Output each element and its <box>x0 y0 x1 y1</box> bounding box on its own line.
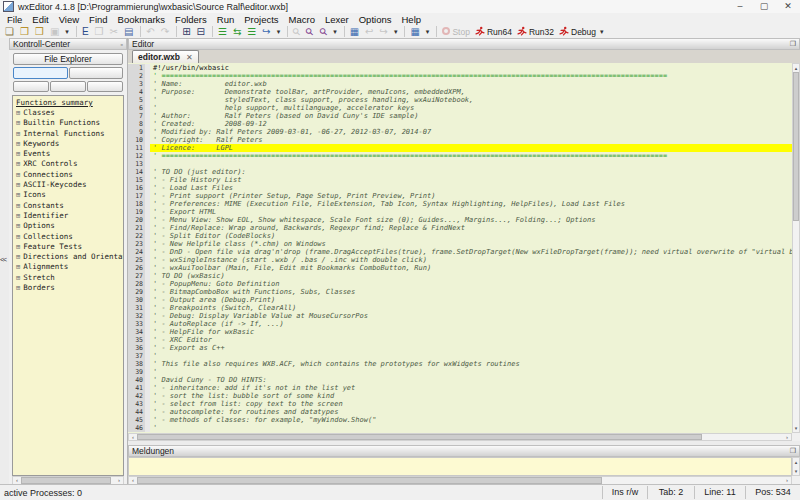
scroll-left-icon[interactable]: ‹ <box>13 477 21 484</box>
code-line[interactable]: 21' - Find/Replace: Wrap around, Backwar… <box>128 224 792 232</box>
menu-item[interactable]: View <box>54 14 84 25</box>
menu-item[interactable]: Find <box>84 14 112 25</box>
editor-vertical-scrollbar[interactable]: ▴ ▾ <box>792 63 800 433</box>
structure-list-button[interactable]: ☰ <box>245 26 260 38</box>
export-dropdown[interactable]: ▾ <box>275 26 285 38</box>
tree-item[interactable]: Feature Tests <box>16 242 123 252</box>
menu-item[interactable]: Options <box>354 14 397 25</box>
code-line[interactable]: 6' help support, multilanguage, accelera… <box>128 104 792 112</box>
folders-swap-button[interactable]: ⇆ <box>231 26 245 38</box>
open-folder-button[interactable]: ❒ <box>33 26 48 38</box>
tree-item[interactable]: ASCII-Keycodes <box>16 180 123 190</box>
messages-output[interactable] <box>128 457 792 476</box>
scroll-down-icon[interactable]: ▾ <box>793 467 799 475</box>
code-line[interactable]: 26' - wxAuiToolbar (Main, File, Edit mit… <box>128 264 792 272</box>
scroll-right-icon[interactable]: › <box>783 477 791 484</box>
code-line[interactable]: 29' - BitmapComboBox with Functions, Sub… <box>128 288 792 296</box>
code-line[interactable]: 24' - DnD - Open file via drag'n'drop (f… <box>128 248 792 256</box>
code-line[interactable]: 4' Purpose: Demonstrate toolBar, artProv… <box>128 88 792 96</box>
code-line[interactable]: 35' - XRC Editor <box>128 336 792 344</box>
menu-item[interactable]: Bookmarks <box>113 14 171 25</box>
code-line[interactable]: 20' - Menu View: Show EOL, Show whitespa… <box>128 216 792 224</box>
scrollbar-thumb[interactable] <box>793 72 799 221</box>
code-line[interactable]: 33' - AutoReplace (if -> If, ...) <box>128 320 792 328</box>
code-line[interactable]: 28' - PopupMenu: Goto Definition <box>128 280 792 288</box>
menu-item[interactable]: Run <box>212 14 239 25</box>
code-line[interactable]: 2' =====================================… <box>128 72 792 80</box>
code-line[interactable]: 1#!/usr/bin/wxbasic <box>128 64 792 72</box>
code-line[interactable]: 8' Created: 2008-09-12 <box>128 120 792 128</box>
sidebar-collapse-handle[interactable]: << <box>0 256 6 263</box>
code-line[interactable]: 3' Name: editor.wxb <box>128 80 792 88</box>
open-file-button[interactable]: ❐ <box>18 26 33 38</box>
scrollbar-thumb[interactable] <box>137 477 602 484</box>
code-line[interactable]: 37' <box>128 352 792 360</box>
find-prev-button[interactable]: ⚲ <box>318 26 331 38</box>
code-line[interactable]: 22' - Split Editor (CodeBlocks) <box>128 232 792 240</box>
maximize-button[interactable]: ▢ <box>752 0 776 13</box>
scroll-left-icon[interactable]: ‹ <box>129 477 137 484</box>
tree-item[interactable]: XRC Controls <box>16 159 123 169</box>
tree-item[interactable]: Connections <box>16 170 123 180</box>
view-button[interactable]: ▦ <box>408 26 423 38</box>
find-dropdown[interactable]: ▾ <box>331 26 341 38</box>
tree-item[interactable]: Collections <box>16 232 123 242</box>
menu-item[interactable]: Projects <box>239 14 283 25</box>
code-line[interactable]: 17' - Print support (Printer Setup, Page… <box>128 192 792 200</box>
scroll-right-icon[interactable]: › <box>115 477 123 484</box>
code-line[interactable]: 16' - Load Last Files <box>128 184 792 192</box>
code-line[interactable]: 13 <box>128 160 792 168</box>
tree-item[interactable]: Borders <box>16 283 123 293</box>
code-line[interactable]: 9' Modified by: Ralf Peters 2009-03-01, … <box>128 128 792 136</box>
code-line[interactable]: 38' This file also requires WXB.ACF, whi… <box>128 360 792 368</box>
bookmark-add-button[interactable]: ⊞ <box>180 26 194 38</box>
code-line[interactable]: 5' styledText, class support, process ha… <box>128 96 792 104</box>
sidebar-tab[interactable] <box>13 81 49 92</box>
functions-list-button[interactable]: ☰ <box>216 26 231 38</box>
tree-item[interactable]: Identifier <box>16 211 123 221</box>
scrollbar-thumb[interactable] <box>137 434 702 440</box>
code-line[interactable]: 11' Licence: LGPL <box>128 144 792 152</box>
tree-item[interactable]: Keywords <box>16 139 123 149</box>
paste-button[interactable]: ▤ <box>122 26 137 38</box>
code-line[interactable]: 36' - Export as C++ <box>128 344 792 352</box>
scroll-down-icon[interactable]: ▾ <box>793 424 799 432</box>
code-line[interactable]: 19' - Export HTML <box>128 208 792 216</box>
menu-item[interactable]: Edit <box>27 14 53 25</box>
debug-button[interactable]: Debug <box>556 26 598 38</box>
messages-vertical-scrollbar[interactable]: ▴ ▾ <box>792 457 800 476</box>
code-line[interactable]: 23' - New Helpfile class (*.chm) on Wind… <box>128 240 792 248</box>
menu-item[interactable]: Lexer <box>320 14 354 25</box>
tree-item[interactable]: Internal Functions <box>16 129 123 139</box>
scroll-up-icon[interactable]: ▴ <box>793 458 799 466</box>
scroll-up-icon[interactable]: ▴ <box>793 64 799 72</box>
code-line[interactable]: 32' - Debug: Display Variable Value at M… <box>128 312 792 320</box>
code-line[interactable]: 45' - methods of classes: for example, "… <box>128 416 792 424</box>
code-line[interactable]: 39' <box>128 368 792 376</box>
file-explorer-button[interactable]: File Explorer <box>13 53 123 65</box>
find-next-button[interactable]: ⚲ <box>304 26 317 38</box>
code-line[interactable]: 14' TO DO (just editor): <box>128 168 792 176</box>
tree-item[interactable]: Options <box>16 221 123 231</box>
tree-item[interactable]: Constants <box>16 201 123 211</box>
sidebar-tab[interactable] <box>50 81 86 92</box>
code-line[interactable]: 34' - HelpFile for wxBasic <box>128 328 792 336</box>
new-file-button[interactable]: ❏ <box>3 26 18 38</box>
export-button[interactable]: ↪ <box>260 26 274 38</box>
undock-icon[interactable]: ▫ <box>121 41 123 48</box>
scroll-left-icon[interactable]: ‹ <box>129 434 137 440</box>
run-dropdown[interactable]: ▾ <box>598 26 608 38</box>
run32-button[interactable]: Run32 <box>514 26 556 38</box>
menu-item[interactable]: Help <box>396 14 426 25</box>
code-line[interactable]: 10' Copyright: Ralf Peters <box>128 136 792 144</box>
close-button[interactable]: ✕ <box>776 0 800 13</box>
code-line[interactable]: 43' - select from list: copy text to the… <box>128 400 792 408</box>
menu-item[interactable]: File <box>2 14 27 25</box>
scrollbar-thumb[interactable] <box>21 477 111 484</box>
scroll-right-icon[interactable]: › <box>783 434 791 440</box>
tree-item[interactable]: Stretch <box>16 273 123 283</box>
code-line[interactable]: 25' - wxSingleInstance (start .wxb / .ba… <box>128 256 792 264</box>
code-line[interactable]: 44' - autocomplete: for routines and dat… <box>128 408 792 416</box>
select-all-button[interactable]: E <box>80 26 93 38</box>
code-area[interactable]: 1#!/usr/bin/wxbasic2' ==================… <box>128 63 792 433</box>
